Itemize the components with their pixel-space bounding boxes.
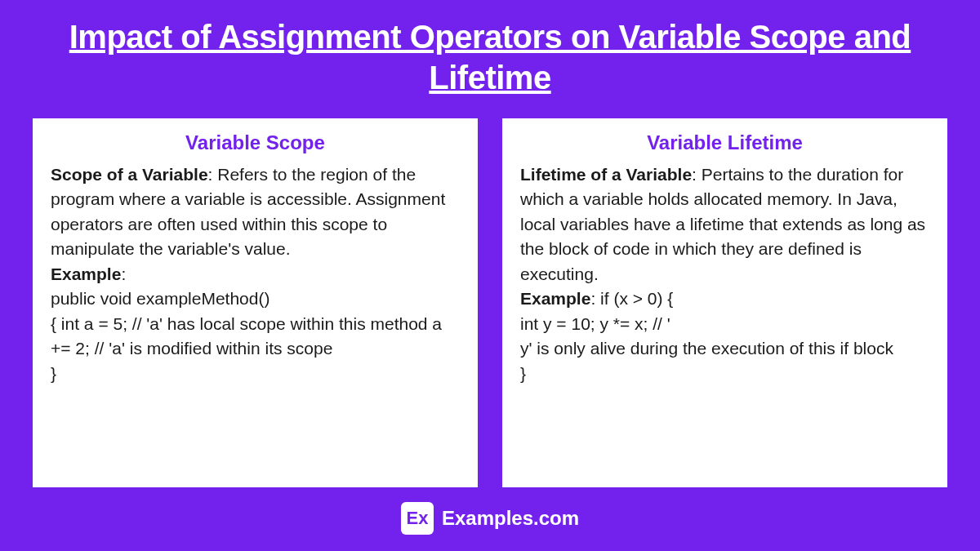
footer: Ex Examples.com [401, 502, 579, 535]
page-title: Impact of Assignment Operators on Variab… [33, 16, 947, 98]
card-scope-body: Scope of a Variable: Refers to the regio… [51, 162, 460, 386]
card-scope: Variable Scope Scope of a Variable: Refe… [33, 118, 478, 487]
lifetime-code-line-2: } [520, 364, 526, 383]
logo-icon: Ex [401, 502, 434, 535]
scope-def-label: Scope of a Variable [51, 165, 208, 184]
scope-example-label: Example [51, 264, 121, 283]
scope-code-line-0: public void exampleMethod() [51, 289, 270, 308]
lifetime-code-line-0: int y = 10; y *= x; // ' [520, 314, 670, 333]
card-scope-heading: Variable Scope [51, 131, 460, 154]
lifetime-code-line-1: y' is only alive during the execution of… [520, 339, 893, 358]
card-lifetime-heading: Variable Lifetime [520, 131, 929, 154]
cards-container: Variable Scope Scope of a Variable: Refe… [33, 118, 947, 487]
footer-text: Examples.com [442, 507, 579, 530]
lifetime-example-label: Example [520, 289, 590, 308]
lifetime-example-intro: : if (x > 0) { [590, 289, 673, 308]
card-lifetime-body: Lifetime of a Variable: Pertains to the … [520, 162, 929, 386]
card-lifetime: Variable Lifetime Lifetime of a Variable… [502, 118, 947, 487]
scope-code-line-2: } [51, 364, 56, 383]
scope-example-intro: : [121, 264, 126, 283]
lifetime-def-label: Lifetime of a Variable [520, 165, 692, 184]
scope-code-line-1: { int a = 5; // 'a' has local scope with… [51, 314, 442, 358]
